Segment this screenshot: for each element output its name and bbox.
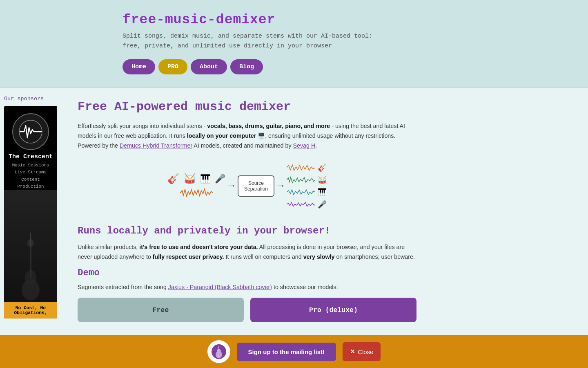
- sponsor-logo-icon: [18, 119, 43, 144]
- pricing-row: Free Pro (deluxe): [78, 298, 416, 322]
- demo-text: Segments extracted from the song Jaxius …: [78, 282, 416, 292]
- keyboard-input-icon: 🎹: [200, 174, 211, 184]
- site-title: free-music-demixer: [122, 12, 275, 27]
- vocal-output-icon: 🎤: [318, 200, 327, 209]
- diagram-input-icons: 🎸 🥁 🎹 🎤: [167, 173, 225, 185]
- nav-pro-button[interactable]: PRO: [158, 59, 187, 74]
- output-row-guitar: 🎸: [287, 163, 327, 172]
- sponsor-desc: Music Sessions Live Streams Content Prod…: [4, 162, 57, 190]
- mic-input-icon: 🎤: [215, 174, 225, 184]
- arrow-right-1: →: [229, 180, 234, 191]
- nav-blog-button[interactable]: Blog: [230, 59, 263, 74]
- intro-paragraph: Effortlessly split your songs into indiv…: [78, 121, 416, 151]
- main-layout: Our sponsors The Crescent Music Sessions…: [0, 88, 588, 339]
- source-separation-diagram: 🎸 🥁 🎹 🎤 →: [78, 159, 416, 213]
- diagram-inner: 🎸 🥁 🎹 🎤 →: [167, 163, 327, 209]
- sponsor-photo: [4, 190, 57, 302]
- arrow-right-2: →: [278, 180, 283, 191]
- output-wave-vocals: [287, 200, 315, 209]
- header: free-music-demixer Split songs, demix mu…: [0, 0, 588, 88]
- sponsor-card: The Crescent Music Sessions Live Streams…: [4, 106, 57, 319]
- drums-input-icon: 🥁: [184, 173, 196, 185]
- keys-output-icon: 🎹: [318, 188, 327, 197]
- output-row-keys: 🎹: [287, 188, 327, 197]
- pricing-pro-card[interactable]: Pro (deluxe): [250, 298, 416, 322]
- sidebar: Our sponsors The Crescent Music Sessions…: [0, 88, 65, 339]
- sevag-link[interactable]: Sevag H: [293, 142, 316, 149]
- content-area: Free AI-powered music demixer Effortless…: [65, 88, 433, 339]
- sponsors-label: Our sponsors: [4, 96, 61, 102]
- svg-rect-3: [30, 245, 31, 278]
- guitar-input-icon: 🎸: [167, 173, 180, 185]
- bottom-banner: Sign up to the mailing list! ✕ Close: [0, 335, 588, 339]
- nav-home-button[interactable]: Home: [122, 59, 155, 74]
- demo-song-link[interactable]: Jaxius - Paranoid (Black Sabbath cover): [168, 284, 272, 290]
- output-wave-drums: [287, 176, 315, 184]
- output-wave-guitar: [287, 164, 315, 172]
- subtitle: Split songs, demix music, and separate s…: [122, 31, 372, 51]
- sponsor-name: The Crescent: [9, 153, 53, 160]
- nav-buttons: Home PRO About Blog: [122, 59, 263, 74]
- output-row-drums: 🥁: [287, 175, 327, 184]
- input-waveform: [180, 187, 213, 199]
- sponsor-bottom-text1: No Cost, No: [7, 305, 55, 310]
- demucs-link[interactable]: Demucs Hybrid Transformer: [120, 142, 192, 149]
- guitar-silhouette-icon: [14, 229, 47, 302]
- nav-about-button[interactable]: About: [191, 59, 227, 74]
- pricing-free-card[interactable]: Free: [78, 298, 244, 322]
- main-title: Free AI-powered music demixer: [78, 100, 416, 114]
- output-wave-keys: [287, 188, 315, 196]
- runs-locally-text: Unlike similar products, it's free to us…: [78, 242, 416, 262]
- sponsor-logo: [12, 113, 49, 150]
- runs-locally-title: Runs locally and privately in your brows…: [78, 225, 416, 236]
- output-row-vocals: 🎤: [287, 200, 327, 209]
- guitar-output-icon: 🎸: [318, 163, 327, 172]
- diagram-input: 🎸 🥁 🎹 🎤: [167, 173, 225, 199]
- sponsor-bottom[interactable]: No Cost, No Obligations,: [4, 302, 57, 319]
- demo-title: Demo: [78, 267, 416, 278]
- drums-output-icon: 🥁: [318, 175, 327, 184]
- source-sep-box: Source Separation: [238, 175, 274, 197]
- diagram-output: 🎸 🥁 🎹: [287, 163, 327, 209]
- sponsor-bottom-text2: Obligations,: [7, 310, 55, 315]
